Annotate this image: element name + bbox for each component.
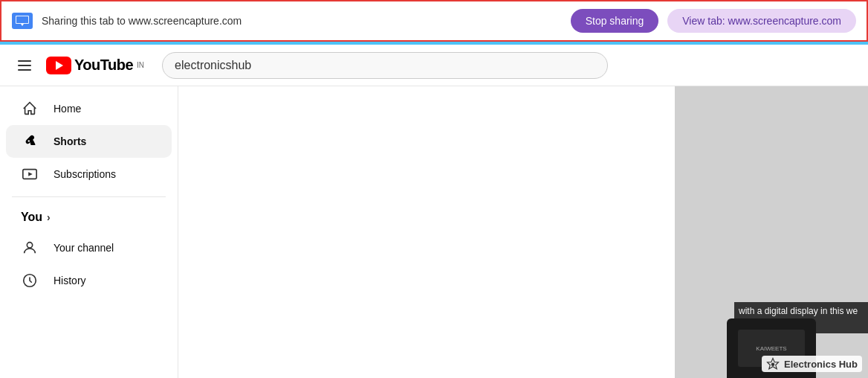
stop-sharing-button[interactable]: Stop sharing bbox=[571, 9, 659, 33]
sidebar-item-subscriptions[interactable]: Subscriptions bbox=[6, 158, 172, 190]
electronics-hub-icon bbox=[766, 357, 780, 371]
main-layout: Home Shorts Subscriptions You › bbox=[0, 86, 868, 378]
hamburger-line-3 bbox=[18, 69, 31, 71]
video-panel: with a digital display in this we multim… bbox=[675, 86, 868, 378]
svg-marker-3 bbox=[28, 172, 33, 176]
search-bar bbox=[162, 52, 608, 79]
electronics-hub-watermark: Electronics Hub bbox=[762, 356, 862, 372]
hamburger-line-2 bbox=[18, 65, 31, 66]
sidebar-your-channel-label: Your channel bbox=[54, 242, 114, 254]
sidebar-item-shorts[interactable]: Shorts bbox=[6, 125, 172, 158]
svg-point-7 bbox=[771, 363, 775, 367]
screen-share-icon bbox=[12, 13, 33, 29]
sharing-bar: Sharing this tab to www.screencapture.co… bbox=[0, 0, 868, 42]
header: YouTubeIN bbox=[0, 45, 868, 86]
home-icon bbox=[21, 100, 39, 118]
sidebar-shorts-label: Shorts bbox=[54, 135, 86, 147]
sidebar-history-label: History bbox=[54, 275, 86, 286]
chevron-right-icon: › bbox=[47, 211, 51, 223]
svg-rect-1 bbox=[16, 16, 28, 23]
sidebar-home-label: Home bbox=[54, 103, 81, 115]
sidebar-item-home[interactable]: Home bbox=[6, 92, 172, 125]
youtube-wordmark: YouTube bbox=[74, 57, 133, 74]
sidebar-you-label: You bbox=[21, 211, 42, 224]
hamburger-menu-button[interactable] bbox=[12, 54, 37, 77]
main-content: with a digital display in this we multim… bbox=[178, 86, 868, 378]
youtube-icon bbox=[46, 57, 71, 74]
country-code: IN bbox=[137, 61, 144, 69]
search-input[interactable] bbox=[162, 52, 608, 79]
youtube-logo[interactable]: YouTubeIN bbox=[46, 57, 144, 74]
svg-point-4 bbox=[27, 243, 32, 248]
hamburger-line-1 bbox=[18, 60, 31, 62]
sidebar-item-your-channel[interactable]: Your channel bbox=[6, 231, 172, 264]
sidebar-item-history[interactable]: History bbox=[6, 264, 172, 297]
sidebar-you-section[interactable]: You › bbox=[6, 203, 172, 231]
device-brand-text: KAIWEETS bbox=[756, 345, 786, 352]
sharing-message: Sharing this tab to www.screencapture.co… bbox=[42, 15, 562, 27]
sidebar-divider bbox=[12, 196, 166, 197]
view-tab-button[interactable]: View tab: www.screencapture.com bbox=[667, 9, 856, 33]
sidebar-subscriptions-label: Subscriptions bbox=[54, 168, 116, 180]
subscriptions-icon bbox=[21, 165, 39, 183]
watermark-text: Electronics Hub bbox=[784, 359, 858, 370]
history-icon bbox=[21, 272, 39, 289]
sidebar: Home Shorts Subscriptions You › bbox=[0, 86, 178, 378]
your-channel-icon bbox=[21, 239, 39, 257]
shorts-icon bbox=[21, 132, 39, 150]
